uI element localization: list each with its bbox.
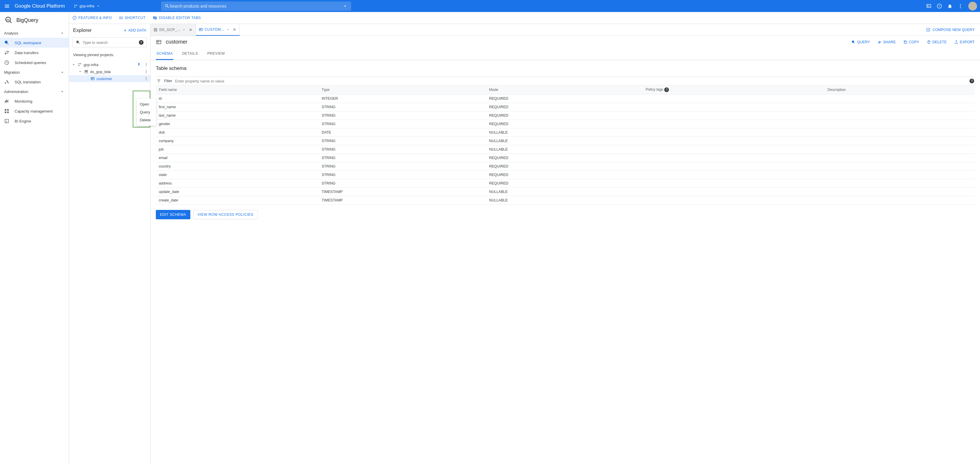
action-share[interactable]: SHARE xyxy=(878,40,896,44)
more-vert-icon[interactable] xyxy=(144,62,148,67)
cell-desc xyxy=(824,145,975,154)
nav-bi-engine[interactable]: BI Engine xyxy=(0,116,69,126)
hamburger-menu-icon[interactable] xyxy=(3,2,11,10)
action-delete[interactable]: DELETE xyxy=(927,40,947,44)
action-export[interactable]: EXPORT xyxy=(954,40,975,44)
cloud-shell-icon[interactable] xyxy=(926,3,931,9)
chevron-down-icon[interactable] xyxy=(78,69,83,74)
cell-mode: REQUIRED xyxy=(486,162,643,171)
table-header-bar: customer QUERY SHARE COPY DELETE EXPORT xyxy=(151,36,980,48)
cell-policy xyxy=(643,188,824,196)
more-vert-icon[interactable] xyxy=(958,3,963,9)
shortcut-link[interactable]: SHORTCUT xyxy=(119,16,146,20)
more-vert-icon[interactable] xyxy=(144,69,148,74)
cell-desc xyxy=(824,179,975,188)
filter-input[interactable] xyxy=(175,79,967,83)
left-nav: BigQuery Analysis SQL workspace Data tra… xyxy=(0,12,69,464)
pinned-projects-note: Viewing pinned projects. xyxy=(69,50,150,61)
cell-type: STRING xyxy=(319,171,486,179)
subtab-preview[interactable]: PREVIEW xyxy=(207,48,226,60)
explorer-toolbar: FEATURES & INFO SHORTCUT DISABLE EDITOR … xyxy=(69,12,457,24)
cell-mode: REQUIRED xyxy=(486,154,643,162)
cell-desc xyxy=(824,196,975,205)
section-analysis[interactable]: Analysis xyxy=(0,29,69,38)
action-query[interactable]: QUERY xyxy=(851,40,870,44)
action-copy[interactable]: COPY xyxy=(904,40,919,44)
tree-dataset[interactable]: ds_gcp_bda xyxy=(69,68,150,75)
subtab-details[interactable]: DETAILS xyxy=(181,48,199,60)
cell-type: STRING xyxy=(319,145,486,154)
nav-sql-translation[interactable]: SQL translation xyxy=(0,77,69,87)
chevron-down-icon[interactable] xyxy=(343,3,348,9)
help-icon[interactable]: ? xyxy=(139,40,143,45)
share-icon xyxy=(878,40,882,44)
explorer-search-input[interactable] xyxy=(83,40,137,45)
explorer-search[interactable]: ? xyxy=(73,37,147,48)
cell-mode: NULLABLE xyxy=(486,196,643,205)
cell-type: STRING xyxy=(319,137,486,145)
section-administration[interactable]: Administration xyxy=(0,87,69,96)
cell-field: create_date xyxy=(156,196,319,205)
table-name: customer xyxy=(166,39,188,45)
table-icon xyxy=(199,27,203,32)
help-icon[interactable]: ? xyxy=(969,79,974,83)
svg-point-37 xyxy=(146,77,146,78)
nav-monitoring[interactable]: Monitoring xyxy=(0,96,69,106)
section-title: Table schema xyxy=(156,65,975,72)
help-icon[interactable]: ? xyxy=(664,87,669,92)
search-icon xyxy=(851,40,856,44)
avatar[interactable] xyxy=(968,2,977,11)
project-selector[interactable]: gcp-infra xyxy=(72,3,103,10)
pin-icon[interactable] xyxy=(137,63,141,67)
edit-schema-button[interactable]: EDIT SCHEMA xyxy=(156,210,190,219)
nav-capacity-management[interactable]: Capacity management xyxy=(0,106,69,116)
svg-point-24 xyxy=(146,64,146,65)
nav-scheduled-queries[interactable]: Scheduled queries xyxy=(0,57,69,68)
svg-text:?: ? xyxy=(939,5,940,8)
chevron-down-icon xyxy=(96,4,100,8)
export-icon xyxy=(954,40,958,44)
ctx-query[interactable]: Query xyxy=(137,108,156,116)
tree-project[interactable]: gcp-infra xyxy=(69,61,150,68)
features-info-link[interactable]: FEATURES & INFO xyxy=(73,16,112,20)
cell-field: country xyxy=(156,162,319,171)
svg-rect-49 xyxy=(905,41,907,43)
notifications-icon[interactable] xyxy=(947,3,953,9)
add-data-button[interactable]: ADD DATA xyxy=(123,29,146,32)
svg-point-41 xyxy=(155,29,155,30)
help-icon[interactable]: ? xyxy=(937,3,942,9)
ctx-open[interactable]: Open xyxy=(137,100,156,108)
cell-policy xyxy=(643,120,824,128)
svg-rect-12 xyxy=(7,109,9,111)
cell-policy xyxy=(643,111,824,120)
chevron-down-icon[interactable] xyxy=(72,62,76,67)
close-icon[interactable] xyxy=(189,28,192,32)
search-input[interactable] xyxy=(170,4,343,8)
chevron-down-icon[interactable] xyxy=(226,28,229,31)
close-icon[interactable] xyxy=(232,27,237,32)
cell-field: update_date xyxy=(156,188,319,196)
section-migration[interactable]: Migration xyxy=(0,68,69,77)
ctx-delete[interactable]: Delete xyxy=(137,116,156,124)
svg-rect-40 xyxy=(154,29,157,31)
nav-sql-workspace[interactable]: SQL workspace xyxy=(0,38,69,48)
table-row: countrySTRINGREQUIRED xyxy=(156,162,975,171)
svg-point-33 xyxy=(146,70,146,71)
col-mode: Mode xyxy=(486,85,643,94)
cell-field: company xyxy=(156,137,319,145)
subtab-schema[interactable]: SCHEMA xyxy=(156,48,173,60)
tree-table-customer[interactable]: customer xyxy=(69,75,150,82)
doc-tab-dataset[interactable]: DS_GCP_... xyxy=(151,24,196,36)
disable-editor-tabs-link[interactable]: DISABLE EDITOR TABS xyxy=(153,16,201,20)
doc-tab-customer[interactable]: CUSTOM... xyxy=(196,24,240,36)
nav-data-transfers[interactable]: Data transfers xyxy=(0,48,69,57)
cell-desc xyxy=(824,128,975,137)
more-vert-icon[interactable] xyxy=(144,76,148,81)
global-search[interactable] xyxy=(161,2,351,11)
chevron-up-icon xyxy=(60,70,65,75)
compose-new-query-button[interactable]: COMPOSE NEW QUERY xyxy=(921,24,980,36)
cell-type: DATE xyxy=(319,128,486,137)
cell-mode: NULLABLE xyxy=(486,188,643,196)
chevron-down-icon[interactable] xyxy=(182,28,186,32)
row-access-policies-button[interactable]: VIEW ROW ACCESS POLICIES xyxy=(193,210,258,219)
